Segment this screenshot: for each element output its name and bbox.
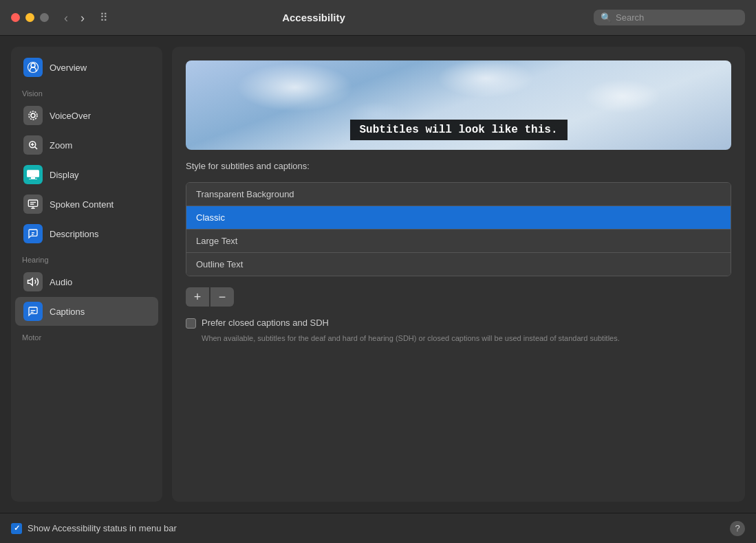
prefer-closed-captions-label: Prefer closed captions and SDH: [202, 318, 329, 328]
bottom-bar: ✓ Show Accessibility status in menu bar …: [0, 513, 756, 543]
style-list: Transparent Background Classic Large Tex…: [186, 182, 731, 276]
sidebar-item-voiceover[interactable]: VoiceOver: [15, 101, 158, 130]
descriptions-label: Descriptions: [50, 229, 99, 239]
spoken-content-label: Spoken Content: [50, 199, 114, 210]
svg-rect-11: [28, 200, 37, 206]
prefer-closed-captions-description: When available, subtitles for the deaf a…: [202, 333, 731, 344]
page-title: Accessibility: [34, 12, 594, 23]
sidebar-item-overview[interactable]: Overview: [15, 53, 158, 82]
prefer-closed-captions-checkbox[interactable]: [186, 318, 196, 329]
style-item-large-text[interactable]: Large Text: [186, 230, 731, 253]
zoom-label: Zoom: [50, 140, 72, 151]
subtitle-preview: Subtitles will look like this.: [186, 60, 731, 150]
voiceover-icon: [23, 106, 43, 125]
svg-rect-10: [29, 179, 37, 179]
sidebar-item-descriptions[interactable]: Descriptions: [15, 219, 158, 248]
titlebar: ‹ › ⠿ Accessibility 🔍: [0, 0, 756, 36]
captions-label: Captions: [50, 307, 85, 317]
sky-background: Subtitles will look like this.: [186, 60, 731, 150]
main-content: Overview Vision VoiceOver: [0, 36, 756, 513]
sidebar-item-spoken-content[interactable]: Spoken Content: [15, 190, 158, 219]
style-item-transparent[interactable]: Transparent Background: [186, 183, 731, 206]
overview-icon: [23, 58, 43, 77]
audio-icon: [23, 272, 43, 291]
help-button[interactable]: ?: [730, 521, 745, 536]
close-button[interactable]: [11, 13, 20, 22]
style-for-label: Style for subtitles and captions:: [186, 161, 731, 171]
style-item-classic[interactable]: Classic: [186, 206, 731, 230]
search-input[interactable]: [616, 12, 738, 23]
spoken-content-icon: [23, 195, 43, 214]
right-panel: Subtitles will look like this. Style for…: [172, 47, 745, 502]
display-icon: [23, 165, 43, 184]
hearing-section-label: Hearing: [11, 249, 162, 267]
descriptions-icon: [23, 224, 43, 243]
remove-style-button[interactable]: −: [210, 287, 234, 307]
motor-section-label: Motor: [11, 326, 162, 344]
svg-point-0: [31, 63, 35, 67]
zoom-icon: [23, 135, 43, 155]
add-remove-buttons: + −: [186, 287, 731, 307]
add-style-button[interactable]: +: [186, 287, 209, 307]
show-status-checkbox[interactable]: ✓: [11, 523, 22, 534]
voiceover-label: VoiceOver: [50, 111, 91, 121]
vision-section-label: Vision: [11, 82, 162, 100]
search-icon: 🔍: [601, 12, 612, 23]
svg-rect-9: [31, 177, 35, 179]
overview-label: Overview: [50, 63, 87, 73]
sidebar-item-audio[interactable]: Audio: [15, 267, 158, 296]
checkmark-icon: ✓: [14, 524, 20, 533]
svg-point-3: [29, 111, 37, 120]
svg-marker-14: [28, 278, 33, 286]
show-status-checkbox-row: ✓ Show Accessibility status in menu bar: [11, 523, 730, 534]
style-item-outline-text[interactable]: Outline Text: [186, 253, 731, 276]
display-label: Display: [50, 170, 79, 180]
sidebar: Overview Vision VoiceOver: [11, 47, 162, 502]
subtitle-preview-text: Subtitles will look like this.: [349, 120, 567, 140]
checkbox-section: Prefer closed captions and SDH When avai…: [186, 318, 731, 344]
sidebar-item-captions[interactable]: Captions: [15, 297, 158, 326]
prefer-closed-captions-row: Prefer closed captions and SDH: [186, 318, 731, 329]
captions-icon: [23, 302, 43, 321]
show-status-label: Show Accessibility status in menu bar: [28, 523, 177, 533]
sidebar-item-zoom[interactable]: Zoom: [15, 131, 158, 159]
audio-label: Audio: [50, 277, 72, 287]
svg-line-5: [35, 147, 37, 149]
sidebar-item-display[interactable]: Display: [15, 160, 158, 189]
search-box[interactable]: 🔍: [594, 10, 745, 25]
svg-rect-8: [27, 170, 39, 177]
